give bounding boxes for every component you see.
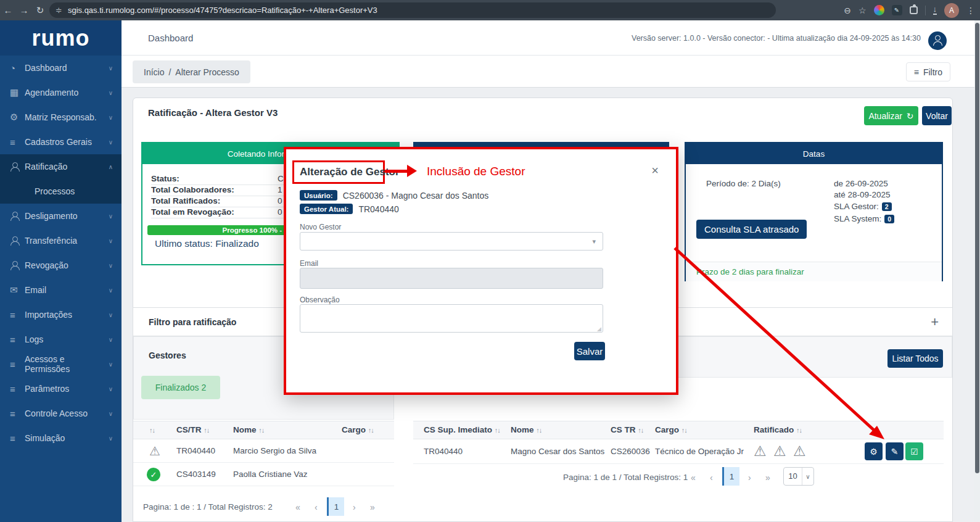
current-page[interactable]: 1 [722, 467, 739, 486]
sidebar-item-email[interactable]: ✉ Email ∨ [0, 278, 121, 302]
table-row[interactable]: ✓ CS403149 Paolla Cristiane Vaz [133, 463, 394, 486]
table-row[interactable]: ⚠ TR040440 Marcio Sergio da Silva [133, 439, 394, 463]
chevron-down-icon: ∨ [109, 361, 113, 368]
back-icon[interactable]: ← [0, 5, 16, 15]
forward-icon[interactable]: → [16, 5, 32, 15]
observacao-textarea[interactable]: ◢ [300, 304, 603, 333]
reload-icon[interactable]: ↻ [32, 5, 48, 16]
cell-cstr: CS260036 [611, 447, 650, 456]
warning-icon: ⚠ [773, 443, 786, 460]
site-info-icon[interactable]: ≑ [56, 6, 62, 15]
sort-icon[interactable]: ↑↓ [149, 425, 155, 434]
status-label: Total Ratificados: [151, 196, 220, 205]
sidebar-item-parametros[interactable]: ≡ Parâmetros ∨ [0, 376, 121, 401]
usuario-value: CS260036 - Magno Cesar dos Santos [343, 191, 489, 201]
close-icon[interactable]: × [651, 164, 659, 178]
list-icon: ≡ [10, 359, 25, 370]
expand-plus-icon[interactable]: + [931, 314, 939, 330]
column-cs-sup[interactable]: CS Sup. Imediato ↑↓ [424, 425, 500, 434]
consulta-sla-button[interactable]: Consulta SLA atrasado [696, 220, 807, 239]
download-icon[interactable]: ↓ [933, 6, 937, 15]
status-label: Total Colaboradores: [151, 185, 234, 194]
sidebar-item-ratificacao[interactable]: Ratificação ∧ [0, 154, 121, 179]
cell-cs-sup: TR040440 [424, 447, 463, 456]
zoom-out-icon[interactable]: ⊖ [844, 6, 851, 15]
column-nome[interactable]: Nome ↑↓ [233, 425, 264, 434]
first-page-icon[interactable]: « [295, 502, 300, 512]
listar-todos-button[interactable]: Listar Todos [887, 349, 943, 368]
scrollbar-thumb[interactable] [975, 23, 979, 473]
browser-avatar[interactable]: A [944, 3, 959, 18]
change-gestor-button[interactable]: ✎ [886, 442, 904, 460]
settings-button[interactable]: ⚙ [865, 442, 883, 460]
cell-nome: Paolla Cristiane Vaz [233, 470, 308, 479]
refresh-button[interactable]: Atualizar ↻ [864, 106, 918, 125]
extension-pen-icon[interactable]: ✎ [892, 5, 902, 15]
bookmark-star-icon[interactable]: ☆ [859, 6, 867, 15]
sidebar-item-simulacao[interactable]: ≡ Simulação ∨ [0, 426, 121, 450]
finalizados-button[interactable]: Finalizados 2 [141, 376, 220, 399]
column-cargo[interactable]: Cargo ↑↓ [342, 425, 374, 434]
sidebar-item-acessos-permissoes[interactable]: ≡ Acessos e Permissões ∨ [0, 352, 121, 376]
sidebar-item-matriz-responsab[interactable]: ⚙ Matriz Responsab. ∨ [0, 105, 121, 130]
address-bar[interactable]: ≑ sgis.qas.ti.rumolog.com/#/processo/474… [49, 2, 776, 18]
sla-system: SLA System: 0 [834, 214, 894, 223]
sidebar-item-label: Simulação [25, 433, 65, 443]
cell-cstr: CS403149 [176, 470, 216, 479]
column-cstr[interactable]: CS TR ↑↓ [611, 425, 643, 434]
sidebar-item-label: Importações [25, 310, 72, 320]
chevron-down-icon: ∨ [109, 139, 113, 146]
ratify-button[interactable]: ☑ [905, 442, 923, 460]
prev-page-icon[interactable]: ‹ [710, 473, 713, 483]
column-ratificado[interactable]: Ratificado ↑↓ [754, 425, 802, 434]
warning-icon: ⚠ [754, 443, 767, 460]
last-page-icon[interactable]: » [370, 502, 375, 512]
back-button[interactable]: Voltar [922, 106, 952, 125]
date-to: até 28-09-2025 [834, 190, 891, 199]
extensions-puzzle-icon[interactable] [910, 6, 918, 14]
column-cstr[interactable]: CS/TR ↑↓ [176, 425, 209, 434]
extension-color-icon[interactable] [874, 5, 884, 15]
sidebar-item-revogacao[interactable]: Revogação ∨ [0, 253, 121, 278]
next-page-icon[interactable]: › [353, 502, 356, 512]
next-page-icon[interactable]: › [748, 473, 751, 483]
page-size-select[interactable]: 10 ∨ [783, 467, 814, 486]
refresh-icon: ↻ [907, 111, 914, 121]
resize-handle[interactable]: ◢ [597, 326, 601, 332]
sidebar-item-processos[interactable]: Processos [0, 179, 121, 204]
breadcrumb-home[interactable]: Início [144, 67, 164, 77]
kebab-menu-icon[interactable]: ⋮ [966, 6, 975, 15]
people-icon [10, 261, 20, 270]
last-status-text: Ultimo status: Finalizado [155, 238, 259, 249]
sla-gestor-label: SLA Gestor: [834, 202, 879, 211]
prev-page-icon[interactable]: ‹ [315, 502, 318, 512]
novo-gestor-select[interactable]: ▾ [300, 232, 603, 251]
breadcrumb: Início / Alterar Processo [133, 60, 250, 83]
sidebar-item-desligamento[interactable]: Desligamento ∨ [0, 204, 121, 228]
sidebar-item-cadastros-gerais[interactable]: ≡ Cadastros Gerais ∨ [0, 130, 121, 154]
people-icon [10, 236, 20, 246]
back-button-label: Voltar [926, 111, 948, 121]
list-icon: ≡ [10, 384, 25, 394]
scrollbar[interactable] [974, 20, 980, 522]
sidebar-item-importacoes[interactable]: ≡ Importações ∨ [0, 302, 121, 327]
people-icon [10, 212, 20, 221]
current-page[interactable]: 1 [327, 497, 344, 516]
user-avatar[interactable] [928, 31, 947, 50]
chevron-down-icon: ∨ [109, 213, 113, 220]
table-row[interactable]: TR040440 Magno Cesar dos Santos CS260036… [413, 439, 944, 464]
column-nome[interactable]: Nome ↑↓ [511, 425, 541, 434]
column-cargo[interactable]: Cargo ↑↓ [655, 425, 687, 434]
sidebar-item-logs[interactable]: ≡ Logs ∨ [0, 327, 121, 352]
sidebar-item-dashboard[interactable]: ◔ Dashboard ∨ [0, 56, 121, 80]
last-page-icon[interactable]: » [765, 473, 770, 483]
filter-button[interactable]: ≡ Filtro [906, 62, 950, 81]
sidebar-item-controle-acesso[interactable]: ≡ Controle Acesso ∨ [0, 401, 121, 426]
process-title: Ratificação - Altera Gestor V3 [148, 107, 278, 118]
first-page-icon[interactable]: « [691, 473, 696, 483]
usuario-row: Usuário: CS260036 - Magno Cesar dos Sant… [300, 190, 488, 201]
save-button[interactable]: Salvar [574, 342, 605, 360]
email-field[interactable] [300, 268, 603, 289]
sidebar-item-agendamento[interactable]: ▦ Agendamento ∨ [0, 80, 121, 105]
sidebar-item-transferencia[interactable]: Transferência ∨ [0, 228, 121, 253]
